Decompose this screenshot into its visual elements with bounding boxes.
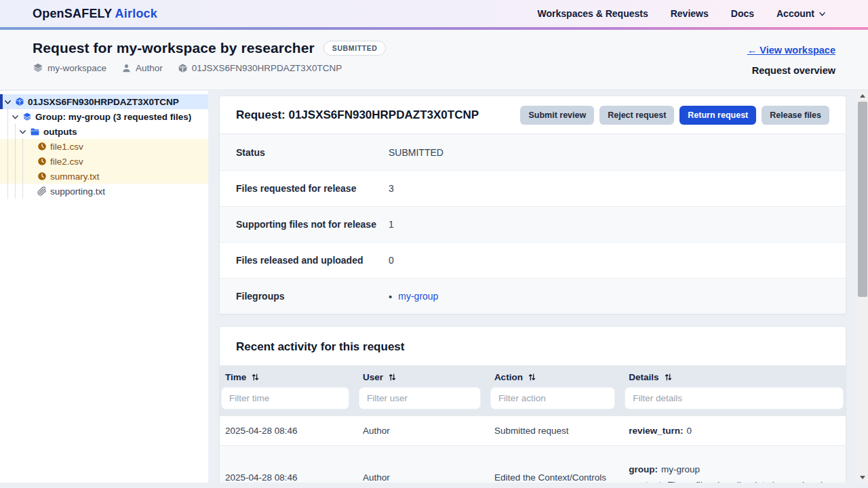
file-pending-icon (37, 142, 47, 151)
scrollbar-down-arrow[interactable] (857, 472, 868, 483)
brand-opensafely: OpenSAFELY (33, 7, 112, 20)
submit-review-button[interactable]: Submit review (520, 106, 594, 125)
bullet: • (389, 291, 392, 302)
cell-details: group:my-group context:These files descr… (623, 446, 846, 483)
file-tree-sidebar: 01JSXS6FN930HRPDAZT3X0TCNP Group: my-gro… (0, 91, 208, 483)
tree-file-label: file2.csv (50, 157, 83, 167)
folder-icon (30, 127, 40, 137)
user-icon (121, 63, 132, 73)
tree-guide-line (22, 139, 23, 199)
activity-filter-row (220, 385, 846, 415)
nav-docs[interactable]: Docs (731, 8, 754, 19)
tree-item-supporting[interactable]: supporting.txt (0, 184, 208, 199)
filter-details-input[interactable] (625, 387, 844, 409)
cell-action: Submitted request (489, 416, 623, 445)
tree-group-label: Group: my-group (3 requested files) (35, 112, 191, 122)
tree-root-label: 01JSXS6FN930HRPDAZT3X0TCNP (28, 97, 179, 107)
tree-file-label: supporting.txt (50, 186, 105, 197)
column-header-action[interactable]: Action (489, 365, 623, 385)
column-header-user[interactable]: User (357, 365, 489, 385)
request-card-title: Request: 01JSXS6FN930HRPDAZT3X0TCNP (236, 108, 479, 122)
sort-icon (388, 373, 397, 382)
main-nav: Workspaces & Requests Reviews Docs Accou… (538, 8, 826, 19)
overview-row-files-released: Files released and uploaded 0 (220, 242, 846, 278)
filter-action-input[interactable] (490, 387, 615, 409)
workspace-name: my-workspace (47, 63, 106, 73)
group-layers-icon (22, 112, 32, 121)
scrollbar-thumb[interactable] (858, 102, 867, 297)
cell-user: Author (357, 416, 489, 445)
filter-user-input[interactable] (359, 387, 481, 409)
tree-guide-line (15, 124, 16, 199)
tree-item-outputs-folder[interactable]: outputs (0, 124, 208, 139)
overview-row-supporting-files: Supporting files not for release 1 (220, 206, 846, 242)
column-header-time[interactable]: Time (220, 365, 357, 385)
request-cube-icon (15, 97, 24, 106)
package-icon (178, 63, 188, 73)
request-overview-label: Request overview (752, 65, 835, 76)
overview-row-files-requested: Files requested for release 3 (220, 170, 846, 206)
tree-guide-line (7, 109, 8, 199)
reject-request-button[interactable]: Reject request (599, 106, 674, 125)
content-column: Request: 01JSXS6FN930HRPDAZT3X0TCNP Subm… (208, 91, 857, 483)
activity-row: 2025-04-28 08:46 Author Submitted reques… (220, 415, 846, 445)
chevron-down-icon (818, 10, 826, 18)
nav-workspaces-requests[interactable]: Workspaces & Requests (538, 8, 648, 19)
overview-row-status: Status SUBMITTED (220, 134, 846, 170)
top-navbar: OpenSAFELY Airlock Workspaces & Requests… (0, 0, 868, 27)
tree-item-request-root[interactable]: 01JSXS6FN930HRPDAZT3X0TCNP (0, 94, 208, 109)
request-id-meta: 01JSXS6FN930HRPDAZT3X0TCNP (178, 63, 342, 73)
tree-file-label: file1.csv (50, 142, 83, 152)
request-overview-card: Request: 01JSXS6FN930HRPDAZT3X0TCNP Subm… (219, 96, 846, 314)
file-pending-icon (37, 157, 47, 166)
cell-user: Author (357, 446, 489, 483)
main-region: 01JSXS6FN930HRPDAZT3X0TCNP Group: my-gro… (0, 91, 868, 483)
sort-icon (528, 373, 536, 382)
overview-row-filegroups: Filegroups • my-group (220, 278, 846, 314)
request-id: 01JSXS6FN930HRPDAZT3X0TCNP (192, 63, 342, 73)
release-files-button[interactable]: Release files (762, 106, 829, 125)
cell-action: Edited the Context/Controls (489, 446, 623, 483)
chevron-down-icon[interactable] (19, 128, 26, 136)
author-meta: Author (121, 63, 163, 73)
tree-folder-label: outputs (43, 127, 77, 137)
filegroup-link[interactable]: my-group (398, 291, 438, 302)
recent-activity-card: Recent activity for this request Time Us… (219, 326, 846, 483)
sort-icon (664, 373, 673, 382)
tree-item-file2[interactable]: file2.csv (0, 154, 208, 169)
page-header: Request for my-workspace by researcher S… (0, 30, 868, 90)
author-name: Author (136, 63, 163, 73)
cell-time: 2025-04-28 08:46 (220, 446, 357, 483)
paperclip-icon (37, 186, 47, 196)
sort-icon (251, 373, 260, 382)
column-header-details[interactable]: Details (623, 365, 846, 385)
request-meta-row: my-workspace Author 01JSXS6FN930HRPDAZT3… (33, 62, 386, 73)
activity-table-header: Time User Action Details (220, 365, 846, 385)
tree-item-group[interactable]: Group: my-group (3 requested files) (0, 109, 208, 124)
nav-reviews[interactable]: Reviews (671, 8, 709, 19)
tree-file-label: summary.txt (50, 171, 100, 182)
workspace-meta: my-workspace (33, 62, 106, 73)
activity-row: 2025-04-28 08:46 Author Edited the Conte… (220, 445, 846, 483)
status-badge: SUBMITTED (323, 41, 387, 56)
app-logo[interactable]: OpenSAFELY Airlock (33, 7, 157, 21)
nav-account-label: Account (776, 8, 814, 19)
nav-account-menu[interactable]: Account (776, 8, 826, 19)
tree-item-summary[interactable]: summary.txt (0, 169, 208, 184)
page-title: Request for my-workspace by researcher (33, 40, 315, 56)
view-workspace-link[interactable]: ← View workspace (747, 45, 835, 56)
cell-details: review_turn:0 (623, 416, 846, 445)
tree-item-file1[interactable]: file1.csv (0, 139, 208, 154)
chevron-down-icon[interactable] (4, 98, 12, 106)
cell-time: 2025-04-28 08:46 (220, 416, 357, 445)
layers-icon (33, 62, 43, 73)
brand-airlock: Airlock (115, 7, 157, 20)
file-pending-icon (37, 171, 47, 181)
activity-title: Recent activity for this request (220, 327, 846, 365)
return-request-button[interactable]: Return request (679, 106, 756, 125)
filter-time-input[interactable] (221, 387, 349, 409)
scrollbar-up-arrow[interactable] (857, 91, 868, 101)
vertical-scrollbar[interactable] (857, 91, 868, 483)
chevron-down-icon[interactable] (12, 113, 19, 121)
